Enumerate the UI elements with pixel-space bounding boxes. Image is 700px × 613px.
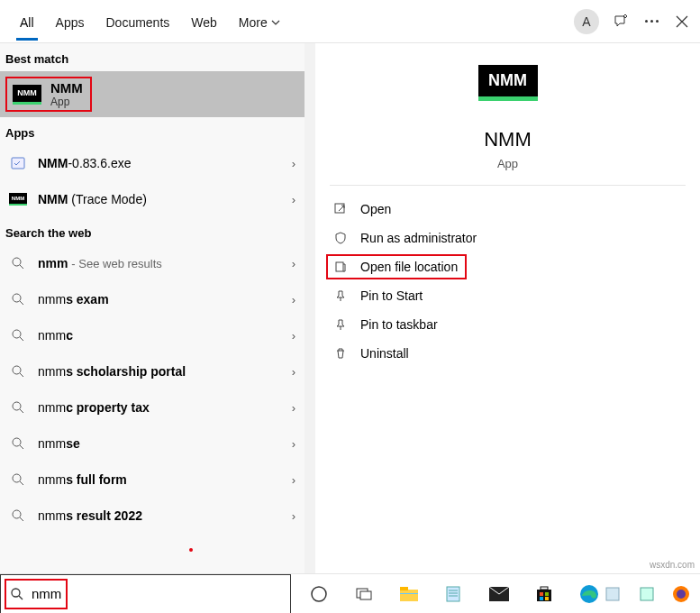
tab-web[interactable]: Web xyxy=(180,3,228,41)
action-run-admin[interactable]: Run as administrator xyxy=(315,224,700,252)
folder-icon xyxy=(333,260,348,274)
svg-point-12 xyxy=(312,587,326,601)
web-result-5-label: nmmse xyxy=(38,436,281,451)
nmm-small-icon: NMM xyxy=(9,190,27,208)
web-result-4[interactable]: nmmc property tax › xyxy=(0,389,305,425)
svg-rect-23 xyxy=(545,592,549,596)
task-view-icon[interactable] xyxy=(352,582,376,606)
best-match-header: Best match xyxy=(0,43,305,71)
chevron-down-icon xyxy=(271,20,280,25)
search-input[interactable] xyxy=(32,586,281,601)
pin-icon xyxy=(333,288,348,303)
svg-point-4 xyxy=(13,366,21,374)
cortana-icon[interactable] xyxy=(307,582,331,606)
search-box[interactable] xyxy=(0,574,291,614)
web-result-0-label: nmm - See web results xyxy=(38,256,281,270)
app-result-0[interactable]: NMM-0.83.6.exe › xyxy=(0,145,305,181)
topbar-right: A xyxy=(574,9,691,34)
svg-point-6 xyxy=(13,438,21,446)
action-run-admin-label: Run as administrator xyxy=(360,231,477,245)
app-result-1-label: NMM (Trace Mode) xyxy=(38,192,281,206)
best-match-item[interactable]: NMM NMM App xyxy=(0,71,305,117)
installer-icon xyxy=(9,154,27,172)
trash-icon xyxy=(333,346,348,361)
search-icon xyxy=(9,471,27,489)
more-options-icon[interactable] xyxy=(642,13,660,31)
svg-rect-21 xyxy=(541,587,548,590)
edge-icon[interactable] xyxy=(577,582,601,606)
svg-rect-17 xyxy=(400,593,418,594)
feedback-icon[interactable] xyxy=(612,13,630,31)
search-icon xyxy=(9,435,27,453)
nmm-app-icon: NMM xyxy=(13,85,41,105)
web-result-7[interactable]: nmms result 2022 › xyxy=(0,498,305,534)
web-result-3[interactable]: nmms scholarship portal › xyxy=(0,353,305,389)
action-open-label: Open xyxy=(360,202,391,216)
tab-apps[interactable]: Apps xyxy=(45,3,95,41)
web-result-1[interactable]: nmms exam › xyxy=(0,281,305,317)
action-pin-start[interactable]: Pin to Start xyxy=(315,281,700,310)
tray-app-icon-2[interactable] xyxy=(635,582,659,606)
svg-rect-27 xyxy=(606,588,619,600)
action-open-location-label: Open file location xyxy=(360,260,458,274)
file-explorer-icon[interactable] xyxy=(397,582,421,606)
nmm-large-icon: NMM xyxy=(478,65,538,101)
web-result-2[interactable]: nmmc › xyxy=(0,317,305,353)
chevron-right-icon: › xyxy=(292,473,295,487)
search-icon xyxy=(10,587,24,601)
web-result-6-label: nmms full form xyxy=(38,472,281,487)
web-result-5[interactable]: nmmse › xyxy=(0,425,305,462)
tray-app-icon[interactable] xyxy=(601,582,624,606)
web-result-6[interactable]: nmms full form › xyxy=(0,462,305,498)
shield-icon xyxy=(333,231,348,245)
best-match-title: NMM xyxy=(50,80,83,96)
search-icon xyxy=(9,254,27,272)
search-icon xyxy=(9,362,27,380)
svg-rect-28 xyxy=(641,588,653,600)
open-icon xyxy=(333,202,348,216)
preview-title: NMM xyxy=(484,128,532,151)
svg-rect-24 xyxy=(540,597,543,600)
svg-point-11 xyxy=(12,589,20,597)
tab-documents[interactable]: Documents xyxy=(95,3,180,41)
close-icon[interactable] xyxy=(673,13,691,31)
notepad-icon[interactable] xyxy=(442,582,466,606)
action-pin-start-label: Pin to Start xyxy=(360,288,423,303)
app-result-1[interactable]: NMM NMM (Trace Mode) › xyxy=(0,181,305,217)
action-open[interactable]: Open xyxy=(315,195,700,224)
svg-rect-10 xyxy=(336,262,343,271)
avatar[interactable]: A xyxy=(574,9,599,34)
tab-more[interactable]: More xyxy=(228,3,291,41)
chevron-right-icon: › xyxy=(292,509,295,523)
top-tab-bar: All Apps Documents Web More A xyxy=(0,0,700,43)
web-result-7-label: nmms result 2022 xyxy=(38,508,281,523)
svg-rect-25 xyxy=(545,597,549,600)
svg-point-1 xyxy=(13,258,21,266)
web-header: Search the web xyxy=(0,217,305,245)
search-icon xyxy=(9,290,27,308)
firefox-icon[interactable] xyxy=(669,582,693,606)
action-pin-taskbar[interactable]: Pin to taskbar xyxy=(315,310,700,339)
mail-icon[interactable] xyxy=(487,582,511,606)
chevron-right-icon: › xyxy=(292,257,295,270)
web-result-1-label: nmms exam xyxy=(38,292,281,306)
preview-panel: NMM NMM App Open Run as administrator Op… xyxy=(315,43,700,573)
svg-point-7 xyxy=(13,474,21,482)
tab-all[interactable]: All xyxy=(9,3,45,41)
system-tray xyxy=(601,582,700,606)
svg-rect-15 xyxy=(400,590,418,601)
chevron-right-icon: › xyxy=(292,329,295,343)
search-tabs: All Apps Documents Web More xyxy=(9,3,291,41)
chevron-right-icon: › xyxy=(292,193,295,206)
taskbar xyxy=(0,573,700,613)
store-icon[interactable] xyxy=(532,582,556,606)
action-uninstall[interactable]: Uninstall xyxy=(315,339,700,368)
web-result-0[interactable]: nmm - See web results › xyxy=(0,245,305,281)
best-match-subtitle: App xyxy=(50,96,83,108)
svg-point-2 xyxy=(13,294,21,302)
svg-rect-16 xyxy=(400,587,408,590)
action-pin-taskbar-label: Pin to taskbar xyxy=(360,317,438,332)
action-open-location[interactable]: Open file location xyxy=(315,252,700,281)
search-icon xyxy=(9,398,27,416)
svg-rect-14 xyxy=(360,591,371,599)
